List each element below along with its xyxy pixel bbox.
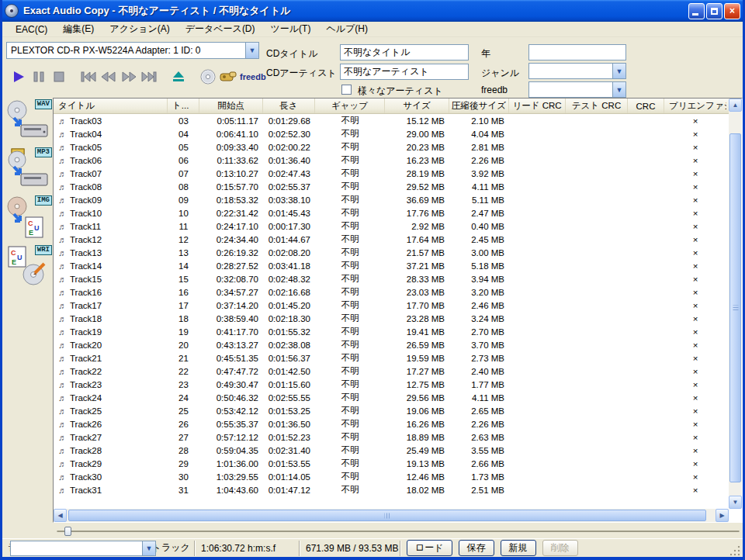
pause-button[interactable]: [29, 68, 49, 85]
menu-tools[interactable]: ツール(T): [264, 21, 318, 37]
rewind-button[interactable]: [99, 68, 119, 85]
table-row[interactable]: ♬Track21210:45:51.350:01:56.37不明19.59 MB…: [54, 351, 729, 365]
col-csize[interactable]: 圧縮後サイズ: [449, 99, 509, 113]
table-row[interactable]: ♬Track23230:49:30.470:01:15.60不明12.75 MB…: [54, 378, 729, 391]
table-row[interactable]: ♬Track27270:57:12.120:01:52.23不明18.89 MB…: [54, 430, 729, 444]
table-row[interactable]: ♬Track08080:15:57.700:02:55.37不明29.52 MB…: [54, 180, 729, 193]
minimize-button[interactable]: [688, 3, 705, 19]
cell-gap: 不明: [315, 404, 385, 417]
scroll-down-icon[interactable]: ▼: [729, 496, 742, 509]
table-row[interactable]: ♬Track26260:55:35.370:01:36.50不明16.26 MB…: [54, 417, 729, 430]
table-row[interactable]: ♬Track25250:53:42.120:01:53.25不明19.06 MB…: [54, 404, 729, 417]
chevron-down-icon[interactable]: ▼: [612, 82, 625, 97]
play-button[interactable]: [9, 68, 29, 85]
table-row[interactable]: ♬Track04040:06:41.100:02:52.30不明29.00 MB…: [54, 127, 729, 140]
close-button[interactable]: ×: [724, 3, 740, 19]
horizontal-scrollbar[interactable]: ◀ ▶: [54, 509, 729, 522]
chevron-down-icon[interactable]: ▼: [245, 43, 258, 58]
cell-size: 25.49 MB: [385, 444, 449, 457]
cd-title-input[interactable]: 不明なタイトル: [340, 44, 469, 60]
col-start[interactable]: 開始点: [199, 99, 263, 113]
freedb-select[interactable]: ▼: [528, 81, 626, 98]
table-row[interactable]: ♬Track06060:11:33.620:01:36.40不明16.23 MB…: [54, 154, 729, 167]
table-row[interactable]: ♬Track20200:43:13.270:02:38.08不明26.59 MB…: [54, 338, 729, 351]
table-row[interactable]: ♬Track17170:37:14.200:01:45.20不明17.70 MB…: [54, 299, 729, 312]
table-row[interactable]: ♬Track16160:34:57.270:02:16.68不明23.03 MB…: [54, 285, 729, 299]
scroll-left-icon[interactable]: ◀: [54, 509, 67, 522]
col-length[interactable]: 長さ: [263, 99, 315, 113]
genre-select[interactable]: ▼: [528, 63, 626, 79]
new-button[interactable]: 新規: [501, 540, 536, 556]
drive-selector[interactable]: PLEXTOR CD-R PX-W5224A Adapter: 1 ID: 0 …: [6, 42, 259, 59]
table-row[interactable]: ♬Track03030:05:11.170:01:29.68不明15.12 MB…: [54, 114, 729, 127]
table-row[interactable]: ♬Track07070:13:10.270:02:47.43不明28.19 MB…: [54, 167, 729, 180]
table-row[interactable]: ♬Track14140:28:27.520:03:41.18不明37.21 MB…: [54, 259, 729, 272]
menu-action[interactable]: アクション(A): [102, 21, 176, 37]
table-row[interactable]: ♬Track29291:01:36.000:01:53.55不明19.13 MB…: [54, 457, 729, 470]
cd-icon[interactable]: [198, 68, 218, 85]
maximize-button[interactable]: [706, 3, 722, 19]
cell-start: 0:37:14.20: [199, 299, 263, 312]
cell-start: 1:03:29.55: [199, 470, 263, 483]
col-title[interactable]: タイトル: [54, 99, 168, 113]
chevron-down-icon[interactable]: ▼: [612, 64, 625, 78]
col-gap[interactable]: ギャップ: [315, 99, 385, 113]
col-preemphasis[interactable]: プリエンファシ: [664, 99, 726, 113]
horizontal-scroll-thumb[interactable]: [68, 510, 706, 521]
table-row[interactable]: ♬Track09090:18:53.320:03:38.10不明36.69 MB…: [54, 193, 729, 206]
table-row[interactable]: ♬Track05050:09:33.400:02:00.22不明20.23 MB…: [54, 140, 729, 154]
resize-grip[interactable]: [730, 546, 741, 557]
scroll-right-icon[interactable]: ▶: [716, 509, 729, 522]
table-row[interactable]: ♬Track31311:04:43.600:01:47.12不明18.02 MB…: [54, 483, 729, 496]
cell-num: 06: [168, 154, 199, 167]
menu-help[interactable]: ヘルプ(H): [319, 21, 375, 37]
cell-csize: 4.04 MB: [449, 127, 509, 140]
vertical-scrollbar[interactable]: ▲ ▼: [729, 99, 742, 509]
various-artists-checkbox[interactable]: [341, 85, 352, 95]
col-read-crc[interactable]: リード CRC: [509, 99, 566, 113]
cd-artist-input[interactable]: 不明なアーティスト: [340, 64, 469, 80]
year-input[interactable]: [528, 44, 626, 60]
table-row[interactable]: ♬Track10100:22:31.420:01:45.43不明17.76 MB…: [54, 206, 729, 220]
col-test-crc[interactable]: テスト CRC: [566, 99, 628, 113]
table-row[interactable]: ♬Track28280:59:04.350:02:31.40不明25.49 MB…: [54, 444, 729, 457]
stop-button[interactable]: [49, 68, 69, 85]
sidebar-item-img[interactable]: IMG C U E: [5, 195, 52, 239]
profile-select[interactable]: ▼: [10, 541, 156, 556]
table-row[interactable]: ♬Track12120:24:34.400:01:44.67不明17.64 MB…: [54, 233, 729, 246]
seek-thumb[interactable]: [64, 527, 71, 536]
menu-eac[interactable]: EAC(C): [9, 22, 54, 36]
chevron-down-icon[interactable]: ▼: [142, 541, 155, 555]
table-row[interactable]: ♬Track13130:26:19.320:02:08.20不明21.57 MB…: [54, 246, 729, 259]
skip-back-button[interactable]: [78, 68, 99, 85]
sidebar-item-mp3[interactable]: MP3: [5, 147, 52, 191]
load-button[interactable]: ロード: [407, 540, 452, 556]
menu-database[interactable]: データベース(D): [178, 21, 262, 37]
table-row[interactable]: ♬Track11110:24:17.100:00:17.30不明2.92 MB0…: [54, 220, 729, 233]
skip-forward-button[interactable]: [139, 68, 159, 85]
cell-crc: [628, 470, 664, 483]
col-size[interactable]: サイズ: [385, 99, 449, 113]
eject-button[interactable]: [168, 68, 189, 85]
freedb-icon[interactable]: [218, 68, 238, 85]
table-row[interactable]: ♬Track24240:50:46.320:02:55.55不明29.56 MB…: [54, 391, 729, 404]
table-row[interactable]: ♬Track15150:32:08.700:02:48.32不明28.33 MB…: [54, 272, 729, 285]
table-row[interactable]: ♬Track19190:41:17.700:01:55.32不明19.41 MB…: [54, 325, 729, 338]
col-track[interactable]: ト...: [168, 99, 199, 113]
cell-size: 18.89 MB: [385, 430, 449, 444]
fast-forward-button[interactable]: [119, 68, 139, 85]
table-row[interactable]: ♬Track18180:38:59.400:02:18.30不明23.28 MB…: [54, 312, 729, 325]
col-crc[interactable]: CRC: [628, 99, 664, 113]
cell-length: 0:01:45.20: [263, 299, 315, 312]
seek-slider[interactable]: [54, 527, 743, 536]
sidebar-item-wri[interactable]: WRI C U E: [5, 245, 52, 289]
save-button[interactable]: 保存: [459, 540, 494, 556]
menu-edit[interactable]: 編集(E): [56, 21, 101, 37]
table-row[interactable]: ♬Track22220:47:47.720:01:42.50不明17.27 MB…: [54, 365, 729, 378]
vertical-scroll-thumb[interactable]: [729, 133, 741, 482]
cell-pre: ×: [664, 246, 726, 259]
table-row[interactable]: ♬Track30301:03:29.550:01:14.05不明12.46 MB…: [54, 470, 729, 483]
cell-num: 21: [168, 351, 199, 365]
sidebar-item-wav[interactable]: WAV: [5, 99, 52, 143]
scroll-up-icon[interactable]: ▲: [729, 99, 742, 112]
